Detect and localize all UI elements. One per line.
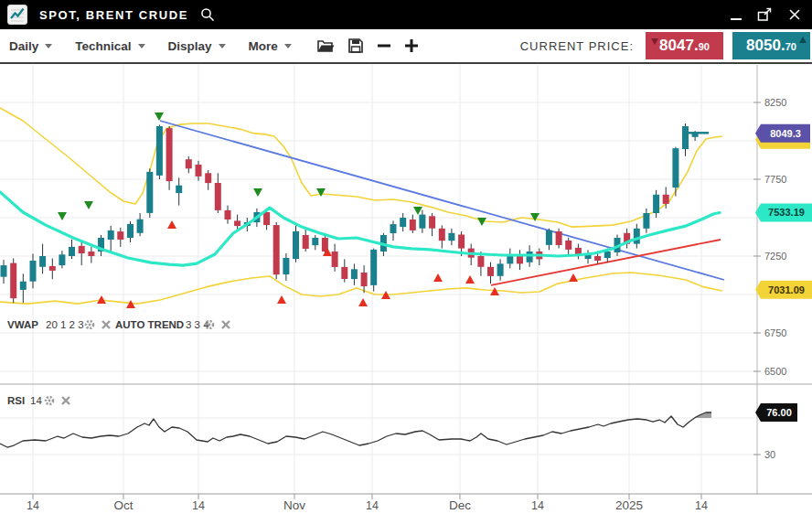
- svg-text:Dec: Dec: [449, 498, 471, 512]
- close-icon[interactable]: [222, 321, 230, 328]
- svg-text:14: 14: [531, 499, 544, 512]
- legend-params: 14: [30, 395, 42, 406]
- candle: [565, 241, 572, 250]
- gear-icon[interactable]: [86, 321, 93, 328]
- candle: [10, 263, 16, 299]
- candle: [1, 265, 7, 277]
- candle: [341, 267, 347, 279]
- save-icon[interactable]: [347, 37, 364, 54]
- candle: [487, 267, 494, 276]
- svg-text:6750: 6750: [764, 327, 786, 338]
- candle: [682, 126, 689, 149]
- svg-text:7250: 7250: [764, 251, 786, 262]
- sell-marker-icon: [58, 212, 67, 220]
- sell-marker-icon: [413, 207, 422, 215]
- close-icon[interactable]: [62, 397, 69, 404]
- candle: [312, 238, 318, 245]
- gear-icon[interactable]: [206, 321, 213, 328]
- buy-marker-icon: [277, 295, 286, 304]
- current-price-label: CURRENT PRICE:: [520, 39, 634, 53]
- candle: [59, 254, 65, 265]
- candle: [225, 210, 231, 220]
- candle: [634, 229, 640, 244]
- close-icon[interactable]: [102, 321, 110, 328]
- gear-icon[interactable]: [46, 397, 53, 404]
- candle: [448, 233, 454, 241]
- candle: [49, 266, 56, 271]
- candle: [137, 220, 144, 233]
- candle: [410, 220, 416, 230]
- menu-display[interactable]: Display: [168, 39, 226, 53]
- svg-text:7031.09: 7031.09: [768, 284, 805, 295]
- minimize-button[interactable]: [731, 9, 742, 20]
- menu-more[interactable]: More: [249, 39, 292, 53]
- sell-marker-icon: [155, 112, 164, 121]
- chevron-down-icon: [219, 44, 226, 48]
- axis-price-badges: 8049.37533.197031.0976.00: [755, 124, 812, 422]
- arrow-up-icon: [799, 37, 807, 43]
- svg-text:14: 14: [366, 499, 379, 512]
- candle: [79, 246, 85, 253]
- open-folder-icon[interactable]: [316, 37, 335, 54]
- candle: [263, 212, 270, 225]
- svg-text:2025: 2025: [615, 498, 643, 512]
- candle: [166, 128, 173, 181]
- candle: [458, 235, 465, 249]
- time-axis-labels: 14Oct14Nov14Dec14202514: [27, 494, 708, 512]
- buy-marker-icon: [465, 275, 475, 284]
- candle: [234, 220, 240, 226]
- menu-timeframe[interactable]: Daily: [9, 39, 52, 53]
- candle: [20, 282, 27, 290]
- search-icon[interactable]: [200, 7, 215, 22]
- bid-price-decimals: 90: [699, 41, 710, 52]
- titlebar: SPOT, BRENT CRUDE: [0, 0, 812, 29]
- legend-name: RSI: [7, 395, 25, 406]
- candle: [419, 215, 425, 229]
- candle: [604, 252, 611, 258]
- buy-marker-icon: [167, 220, 176, 229]
- buy-marker-icon: [569, 273, 578, 282]
- buy-marker-icon: [433, 273, 443, 282]
- menu-technical-label: Technical: [75, 39, 131, 53]
- ask-price-badge: 8050. 70: [732, 32, 810, 59]
- candle: [176, 186, 182, 193]
- svg-text:14: 14: [27, 499, 39, 512]
- candle: [127, 224, 134, 238]
- candle: [400, 218, 406, 227]
- sell-marker-icon: [84, 201, 93, 209]
- candle: [273, 225, 280, 274]
- menu-technical[interactable]: Technical: [75, 39, 144, 53]
- ask-price-value: 8050.: [746, 36, 785, 56]
- bid-price-value: 8047.: [659, 36, 699, 56]
- candle: [439, 229, 445, 241]
- zoom-out-icon[interactable]: [377, 38, 391, 53]
- popout-button[interactable]: [757, 7, 773, 22]
- close-button[interactable]: [788, 8, 801, 21]
- candle: [477, 256, 484, 267]
- candle: [215, 183, 221, 210]
- zoom-in-icon[interactable]: [404, 38, 419, 53]
- vwap-line: [0, 192, 720, 265]
- candle: [196, 165, 202, 177]
- upper-band-line: [0, 108, 722, 227]
- legend-name: AUTO TREND: [115, 319, 184, 330]
- svg-text:76.00: 76.00: [766, 407, 792, 418]
- candle: [497, 263, 504, 275]
- sell-marker-icon: [316, 188, 326, 197]
- menu-timeframe-label: Daily: [9, 39, 38, 53]
- candle: [653, 195, 659, 213]
- svg-text:14: 14: [695, 499, 708, 512]
- price-chart-svg[interactable]: 825077507250675065003014Oct14Nov14Dec142…: [0, 64, 812, 514]
- arrow-down-icon: [651, 38, 658, 45]
- window-title: SPOT, BRENT CRUDE: [39, 8, 188, 22]
- svg-text:8049.3: 8049.3: [770, 128, 801, 139]
- candle: [527, 252, 533, 262]
- app-icon: [7, 5, 27, 25]
- candle: [69, 247, 75, 256]
- chart-area[interactable]: 825077507250675065003014Oct14Nov14Dec142…: [0, 64, 812, 514]
- svg-text:6500: 6500: [764, 366, 786, 377]
- candle: [594, 256, 601, 261]
- svg-text:14: 14: [192, 499, 205, 512]
- candle: [146, 172, 153, 213]
- menu-display-label: Display: [168, 39, 212, 53]
